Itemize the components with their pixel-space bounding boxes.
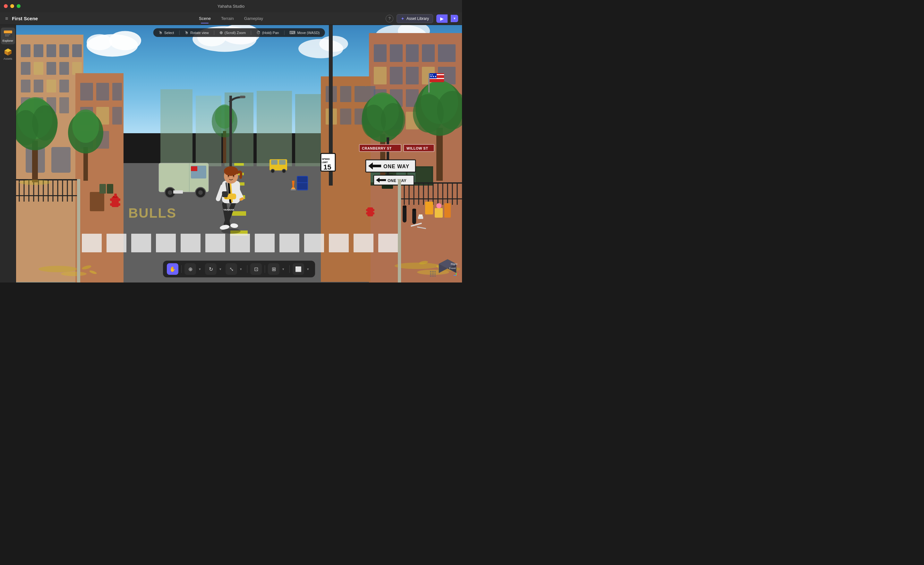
svg-rect-21	[160, 89, 192, 166]
svg-rect-208	[234, 163, 244, 166]
toolbar-divider-2	[214, 30, 214, 35]
svg-point-196	[271, 169, 274, 173]
close-button[interactable]	[4, 4, 8, 8]
svg-rect-177	[110, 198, 120, 201]
svg-rect-175	[412, 209, 416, 211]
svg-point-140	[381, 103, 405, 137]
tab-terrain[interactable]: Terrain	[216, 14, 239, 23]
svg-text:ONE WAY: ONE WAY	[388, 179, 406, 183]
rotate-label: Rotate view	[190, 31, 208, 35]
play-button[interactable]: ▶	[436, 15, 448, 23]
svg-rect-31	[72, 44, 82, 57]
grab-group: ✋	[167, 263, 178, 275]
svg-rect-243	[430, 80, 444, 81]
svg-text:ONE WAY: ONE WAY	[383, 164, 410, 169]
help-button[interactable]: ?	[386, 15, 393, 23]
svg-point-228	[39, 266, 77, 272]
zoom-label: (Scroll) Zoom	[225, 31, 246, 35]
vp-tool-move[interactable]: ⌨ Move (WASD)	[290, 30, 320, 35]
svg-rect-187	[99, 184, 106, 194]
svg-rect-288	[432, 271, 434, 272]
svg-point-132	[19, 180, 51, 185]
svg-rect-37	[21, 80, 30, 92]
svg-rect-218	[156, 234, 176, 252]
svg-point-268	[221, 228, 241, 234]
grid-button[interactable]: ⊞	[268, 263, 279, 275]
vp-tool-zoom[interactable]: ⊕ (Scroll) Zoom	[219, 30, 246, 35]
sidebar-item-assets[interactable]: Assets	[1, 46, 15, 62]
rotate-group: ↻ ▾	[205, 263, 224, 275]
vp-tool-rotate[interactable]: 🖱 Rotate view	[184, 30, 208, 35]
move-label: Move (WASD)	[297, 31, 320, 35]
svg-point-197	[282, 169, 286, 173]
svg-rect-67	[406, 44, 418, 62]
play-dropdown-button[interactable]: ▾	[451, 15, 458, 22]
window-controls	[4, 4, 21, 8]
pan-label: (Hold) Pan	[262, 31, 279, 35]
bt-sep-3	[265, 265, 265, 273]
sidebar-item-explorer[interactable]: Explorer	[1, 28, 15, 44]
svg-rect-194	[271, 160, 278, 165]
svg-rect-172	[403, 206, 406, 222]
vp-tool-pan[interactable]: ⏱ (Hold) Pan	[256, 30, 279, 35]
svg-rect-294	[432, 275, 434, 277]
title-bar: Yahaha Studio	[0, 0, 462, 12]
tab-gameplay[interactable]: Gameplay	[239, 14, 268, 23]
svg-rect-93	[354, 86, 366, 102]
svg-point-131	[32, 105, 58, 141]
svg-point-135	[72, 110, 99, 143]
svg-rect-34	[46, 62, 56, 75]
svg-rect-207	[173, 190, 183, 194]
svg-rect-183	[366, 212, 374, 215]
svg-rect-215	[82, 234, 102, 252]
svg-rect-195	[279, 160, 285, 165]
svg-text:★★: ★★	[430, 74, 433, 76]
scene-title: First Scene	[12, 16, 38, 21]
camera-chevron[interactable]: ▾	[305, 263, 311, 275]
svg-rect-221	[230, 234, 250, 252]
resize-handle[interactable]	[429, 270, 436, 277]
assets-icon	[3, 48, 12, 57]
svg-rect-24	[256, 91, 292, 166]
svg-rect-293	[430, 275, 432, 277]
tab-scene[interactable]: Scene	[194, 14, 216, 23]
svg-rect-71	[390, 67, 403, 84]
svg-rect-219	[181, 234, 201, 252]
grid-chevron[interactable]: ▾	[280, 263, 286, 275]
camera-button[interactable]: ⬜	[292, 263, 304, 275]
translate-chevron[interactable]: ▾	[196, 263, 203, 275]
view-cube[interactable]: Front Right	[436, 257, 456, 276]
maximize-button[interactable]	[16, 4, 21, 8]
svg-rect-65	[374, 44, 387, 62]
star-icon: ✦	[401, 16, 405, 21]
svg-rect-1	[4, 33, 12, 38]
svg-rect-182	[366, 209, 374, 211]
rotate-button[interactable]: ↻	[205, 263, 217, 275]
grab-button[interactable]: ✋	[167, 263, 178, 275]
svg-rect-25	[295, 94, 321, 166]
svg-text:YAHAHA: YAHAHA	[223, 208, 234, 211]
svg-text:Front: Front	[449, 267, 456, 270]
svg-rect-191	[291, 188, 295, 189]
bt-sep-1	[181, 265, 182, 273]
svg-rect-72	[406, 67, 418, 84]
svg-point-230	[394, 263, 440, 269]
viewport[interactable]: ONE WAY ONE WAY CRANBERRY ST WILLOW ST S…	[16, 25, 462, 282]
svg-rect-223	[279, 234, 299, 252]
snap-button[interactable]: ⊡	[250, 263, 262, 275]
svg-rect-39	[46, 80, 56, 92]
svg-rect-150	[240, 96, 245, 98]
scale-button[interactable]: ⤡	[225, 263, 237, 275]
svg-rect-188	[107, 184, 113, 194]
svg-point-276	[436, 203, 441, 208]
hamburger-button[interactable]: ≡	[4, 15, 9, 23]
rotate-chevron[interactable]: ▾	[217, 263, 224, 275]
bottom-toolbar: ✋ ⊕ ▾ ↻ ▾ ⤡ ▾ ⊡	[163, 261, 315, 277]
minimize-button[interactable]	[10, 4, 14, 8]
scale-chevron[interactable]: ▾	[238, 263, 244, 275]
zoom-icon: ⊕	[219, 30, 223, 35]
vp-tool-select[interactable]: 🖱 Select	[159, 30, 174, 35]
svg-rect-44	[59, 97, 69, 113]
translate-button[interactable]: ⊕	[184, 263, 196, 275]
asset-library-button[interactable]: ✦ Asset Library	[396, 14, 433, 23]
